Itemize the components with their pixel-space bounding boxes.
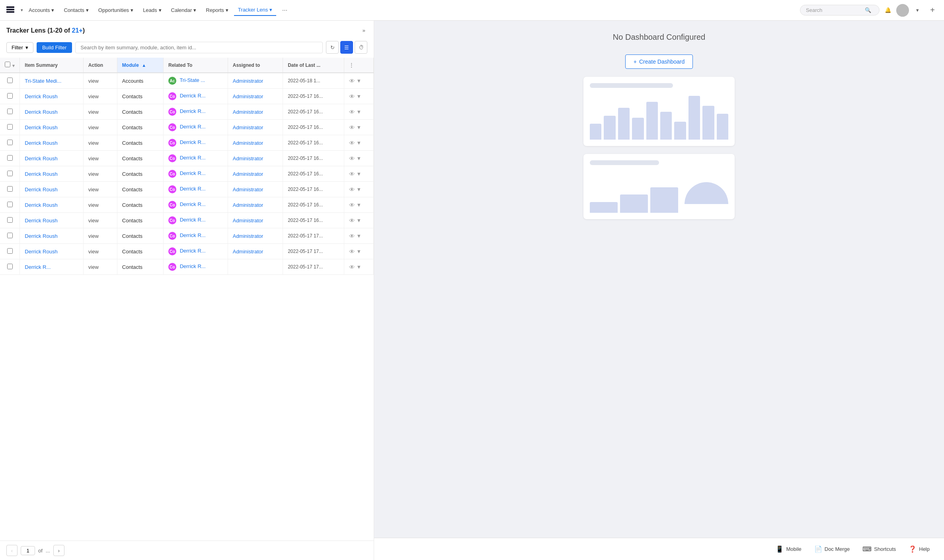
row-checkbox-5[interactable] — [7, 155, 13, 161]
expand-button-0[interactable]: ▾ — [357, 77, 361, 84]
nav-reports[interactable]: Reports ▾ — [202, 5, 232, 16]
assigned-to-link-0[interactable]: Administrator — [233, 78, 263, 84]
row-checkbox-cell-10[interactable] — [0, 228, 20, 244]
item-summary-link-2[interactable]: Derrick Roush — [25, 109, 57, 115]
row-checkbox-cell-11[interactable] — [0, 244, 20, 259]
item-summary-link-6[interactable]: Derrick Roush — [25, 171, 57, 177]
row-checkbox-7[interactable] — [7, 186, 13, 192]
row-checkbox-cell-2[interactable] — [0, 104, 20, 120]
nav-accounts[interactable]: Accounts ▾ — [25, 5, 58, 16]
related-to-link-3[interactable]: Derrick R... — [180, 124, 206, 130]
pagination-prev-button[interactable]: ‹ — [6, 545, 18, 556]
assigned-to-link-5[interactable]: Administrator — [233, 156, 263, 161]
related-to-link-9[interactable]: Derrick R... — [180, 217, 206, 223]
row-checkbox-cell-1[interactable] — [0, 89, 20, 104]
eye-button-3[interactable]: 👁 — [349, 124, 355, 131]
eye-button-1[interactable]: 👁 — [349, 93, 355, 100]
related-to-link-0[interactable]: Tri-State ... — [179, 77, 205, 83]
col-item-summary[interactable]: Item Summary — [20, 58, 83, 73]
add-new-button[interactable]: + — [926, 4, 939, 17]
eye-button-8[interactable]: 👁 — [349, 202, 355, 208]
row-checkbox-cell-4[interactable] — [0, 135, 20, 151]
col-module[interactable]: Module ▲ — [117, 58, 163, 73]
row-checkbox-8[interactable] — [7, 202, 13, 207]
expand-button-10[interactable]: ▾ — [357, 232, 361, 239]
row-checkbox-2[interactable] — [7, 109, 13, 114]
eye-button-6[interactable]: 👁 — [349, 171, 355, 177]
global-search-input[interactable] — [806, 7, 862, 13]
build-filter-button[interactable]: Build Filter — [37, 42, 72, 53]
row-checkbox-cell-6[interactable] — [0, 166, 20, 182]
row-checkbox-12[interactable] — [7, 264, 13, 269]
assigned-to-link-1[interactable]: Administrator — [233, 93, 263, 99]
related-to-link-5[interactable]: Derrick R... — [180, 155, 206, 161]
item-summary-link-7[interactable]: Derrick Roush — [25, 187, 57, 192]
row-checkbox-0[interactable] — [7, 78, 13, 83]
table-search-input[interactable] — [75, 42, 323, 53]
item-summary-link-0[interactable]: Tri-State Medi... — [25, 78, 61, 84]
expand-button-11[interactable]: ▾ — [357, 248, 361, 255]
row-checkbox-cell-0[interactable] — [0, 73, 20, 89]
eye-button-9[interactable]: 👁 — [349, 217, 355, 224]
row-checkbox-6[interactable] — [7, 171, 13, 176]
assigned-to-link-6[interactable]: Administrator — [233, 171, 263, 177]
related-to-link-8[interactable]: Derrick R... — [180, 201, 206, 207]
row-checkbox-3[interactable] — [7, 124, 13, 130]
select-all-checkbox[interactable] — [5, 62, 10, 67]
refresh-button[interactable]: ↻ — [326, 41, 339, 54]
row-checkbox-cell-8[interactable] — [0, 197, 20, 213]
create-dashboard-button[interactable]: + Create Dashboard — [625, 54, 693, 69]
expand-button-9[interactable]: ▾ — [357, 217, 361, 224]
row-checkbox-11[interactable] — [7, 248, 13, 254]
assigned-to-link-2[interactable]: Administrator — [233, 109, 263, 115]
assigned-to-link-3[interactable]: Administrator — [233, 124, 263, 130]
expand-button-12[interactable]: ▾ — [357, 263, 361, 270]
related-to-link-11[interactable]: Derrick R... — [180, 248, 206, 254]
doc-merge-button[interactable]: 📄 Doc Merge — [808, 542, 856, 556]
user-menu-chevron[interactable]: ▾ — [911, 4, 924, 17]
row-checkbox-cell-3[interactable] — [0, 120, 20, 135]
item-summary-link-8[interactable]: Derrick Roush — [25, 202, 57, 208]
related-to-link-2[interactable]: Derrick R... — [180, 108, 206, 114]
assigned-to-link-4[interactable]: Administrator — [233, 140, 263, 146]
item-summary-link-10[interactable]: Derrick Roush — [25, 233, 57, 239]
shortcuts-button[interactable]: ⌨ Shortcuts — [856, 542, 902, 556]
logo-chevron[interactable]: ▾ — [21, 8, 23, 13]
row-checkbox-1[interactable] — [7, 93, 13, 99]
assigned-to-link-9[interactable]: Administrator — [233, 218, 263, 224]
expand-button-2[interactable]: ▾ — [357, 108, 361, 115]
expand-button-1[interactable]: ▾ — [357, 93, 361, 100]
col-assigned-to[interactable]: Assigned to — [228, 58, 283, 73]
assigned-to-link-11[interactable]: Administrator — [233, 249, 263, 255]
row-checkbox-cell-12[interactable] — [0, 259, 20, 275]
nav-calendar[interactable]: Calendar ▾ — [167, 5, 201, 16]
row-checkbox-10[interactable] — [7, 233, 13, 238]
item-summary-link-9[interactable]: Derrick Roush — [25, 218, 57, 224]
eye-button-11[interactable]: 👁 — [349, 248, 355, 255]
col-action[interactable]: Action — [83, 58, 117, 73]
related-to-link-6[interactable]: Derrick R... — [180, 170, 206, 176]
item-summary-link-12[interactable]: Derrick R... — [25, 264, 51, 270]
assigned-to-link-8[interactable]: Administrator — [233, 202, 263, 208]
help-button[interactable]: ❓ Help — [902, 542, 936, 556]
col-date[interactable]: Date of Last ... — [283, 58, 344, 73]
eye-button-4[interactable]: 👁 — [349, 140, 355, 146]
row-checkbox-cell-5[interactable] — [0, 151, 20, 166]
eye-button-10[interactable]: 👁 — [349, 233, 355, 239]
col-more-options[interactable]: ⋮ — [344, 58, 374, 73]
nav-tracker-lens[interactable]: Tracker Lens ▾ — [234, 4, 276, 16]
app-logo[interactable] — [5, 5, 16, 16]
expand-button-8[interactable]: ▾ — [357, 201, 361, 208]
related-to-link-7[interactable]: Derrick R... — [180, 186, 206, 192]
nav-contacts[interactable]: Contacts ▾ — [60, 5, 92, 16]
related-to-link-10[interactable]: Derrick R... — [180, 232, 206, 238]
item-summary-link-11[interactable]: Derrick Roush — [25, 249, 57, 255]
row-checkbox-4[interactable] — [7, 140, 13, 145]
item-summary-link-4[interactable]: Derrick Roush — [25, 140, 57, 146]
col-related-to[interactable]: Related To — [164, 58, 228, 73]
nav-leads[interactable]: Leads ▾ — [139, 5, 165, 16]
eye-button-5[interactable]: 👁 — [349, 155, 355, 162]
expand-button-4[interactable]: ▾ — [357, 139, 361, 146]
page-number-input[interactable] — [21, 546, 35, 555]
expand-button-6[interactable]: ▾ — [357, 170, 361, 177]
